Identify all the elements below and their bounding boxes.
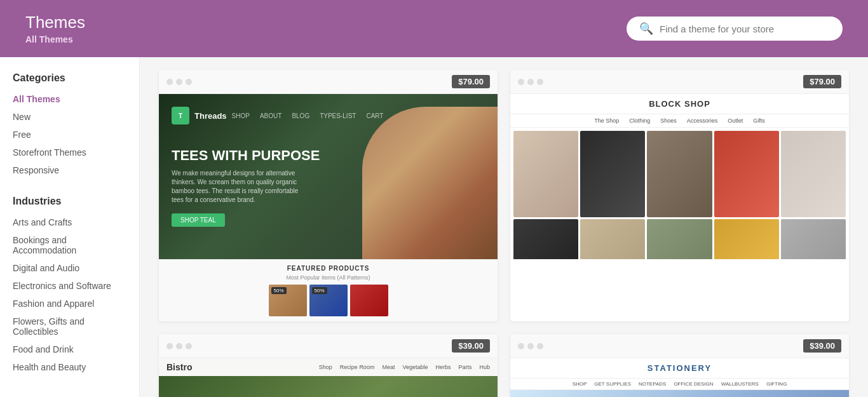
dot-1 (166, 79, 173, 85)
blockshop-product-grid (510, 128, 849, 259)
theme-card-bistro[interactable]: $39.00 Bistro Shop Recipe Room Meat Vege… (159, 334, 498, 397)
featured-sub: Most Popular Items (All Patterns) (164, 274, 492, 281)
industries-title: Industries (13, 196, 126, 207)
blockshop-item-8[interactable] (647, 219, 712, 259)
featured-item-2[interactable]: 50% (309, 285, 348, 316)
sidebar-item-fashion[interactable]: Fashion and Apparel (13, 297, 126, 310)
sidebar-link-digital-audio[interactable]: Digital and Audio (13, 262, 126, 274)
dot-11 (527, 343, 534, 349)
dot-10 (518, 343, 524, 349)
theme-preview-stationery: STATIONERY SHOP GET SUPPLIES NOTEPADS OF… (510, 358, 849, 397)
threads-hero-text: TEES WITH PURPOSE (172, 147, 320, 164)
site-title: Themes (25, 13, 85, 32)
sidebar-link-fashion[interactable]: Fashion and Apparel (13, 297, 126, 310)
sidebar-link-health-beauty[interactable]: Health and Beauty (13, 361, 126, 373)
search-input[interactable] (660, 24, 830, 34)
theme-preview-threads: T Threads SHOP ABOUT BLOG TYPES-LIST CAR… (159, 94, 498, 259)
dot-7 (166, 343, 173, 349)
sidebar-link-storefront[interactable]: Storefront Themes (13, 146, 126, 159)
blockshop-item-3[interactable] (647, 131, 712, 217)
content-area: $79.00 T Threads SHOP ABOUT BLOG TYPES-L (140, 57, 868, 397)
sidebar-item-food-drink[interactable]: Food and Drink (13, 343, 126, 356)
theme-preview-bistro: Bistro Shop Recipe Room Meat Vegetable H… (159, 358, 498, 397)
sidebar: Categories All Themes New Free Storefron… (0, 57, 140, 397)
dot-9 (186, 343, 192, 349)
header: Themes All Themes 🔍 (0, 0, 868, 57)
stationery-bg (510, 390, 849, 397)
search-icon: 🔍 (639, 22, 653, 36)
sidebar-link-electronics[interactable]: Electronics and Software (13, 279, 126, 292)
dot-6 (537, 79, 543, 85)
featured-item-3[interactable] (350, 285, 388, 316)
stationery-title: STATIONERY (510, 358, 849, 379)
sidebar-link-free[interactable]: Free (13, 128, 126, 141)
blockshop-item-10[interactable] (781, 219, 846, 259)
bistro-hero: Making cooking fun, easy & delicious! (159, 376, 498, 397)
featured-item-1[interactable]: 50% (269, 285, 307, 316)
theme-grid: $79.00 T Threads SHOP ABOUT BLOG TYPES-L (159, 70, 849, 397)
sidebar-link-responsive[interactable]: Responsive (13, 164, 126, 177)
industries-section: Industries Arts and Crafts Bookings and … (13, 196, 126, 373)
sidebar-link-arts-crafts[interactable]: Arts and Crafts (13, 216, 126, 229)
theme-card-header-blockshop: $79.00 (510, 70, 849, 94)
theme-card-blockshop[interactable]: $79.00 BLOCK SHOP The Shop Clothing Shoe… (510, 70, 849, 321)
threads-logo-name: Threads (194, 111, 227, 121)
sidebar-item-free[interactable]: Free (13, 128, 126, 141)
threads-cta-button[interactable]: SHOP TEAL (172, 213, 225, 227)
blockshop-item-6[interactable] (513, 219, 578, 259)
sidebar-item-electronics[interactable]: Electronics and Software (13, 279, 126, 292)
theme-card-header-bistro: $39.00 (159, 334, 498, 358)
featured-items: 50% 50% (164, 285, 492, 316)
sidebar-item-all-themes[interactable]: All Themes (13, 93, 126, 105)
threads-model-area (329, 94, 498, 259)
header-title-block: Themes All Themes (25, 13, 85, 44)
blockshop-item-7[interactable] (580, 219, 645, 259)
stationery-nav: SHOP GET SUPPLIES NOTEPADS OFFICE DESIGN… (510, 379, 849, 390)
sidebar-item-responsive[interactable]: Responsive (13, 164, 126, 177)
sidebar-item-digital-audio[interactable]: Digital and Audio (13, 262, 126, 274)
dot-3 (186, 79, 192, 85)
sidebar-item-health-beauty[interactable]: Health and Beauty (13, 361, 126, 373)
theme-card-threads[interactable]: $79.00 T Threads SHOP ABOUT BLOG TYPES-L (159, 70, 498, 321)
blockshop-item-5[interactable] (781, 131, 846, 217)
categories-title: Categories (13, 72, 126, 84)
sidebar-item-storefront[interactable]: Storefront Themes (13, 146, 126, 159)
featured-badge-1: 50% (271, 287, 287, 294)
sidebar-link-flowers[interactable]: Flowers, Gifts and Collectibles (13, 315, 126, 338)
sidebar-link-bookings[interactable]: Bookings and Accommodation (13, 234, 126, 257)
dot-8 (176, 343, 182, 349)
dot-4 (518, 79, 524, 85)
theme-card-stationery[interactable]: $39.00 STATIONERY SHOP GET SUPPLIES NOTE… (510, 334, 849, 397)
main-layout: Categories All Themes New Free Storefron… (0, 57, 868, 397)
threads-logo-icon: T (172, 107, 189, 124)
dot-5 (527, 79, 534, 85)
price-badge-threads: $79.00 (452, 75, 490, 88)
sidebar-link-new[interactable]: New (13, 111, 126, 123)
sidebar-item-flowers[interactable]: Flowers, Gifts and Collectibles (13, 315, 126, 338)
categories-nav: All Themes New Free Storefront Themes Re… (13, 93, 126, 177)
sidebar-item-bookings[interactable]: Bookings and Accommodation (13, 234, 126, 257)
sidebar-link-all-themes[interactable]: All Themes (13, 93, 126, 105)
sidebar-link-food-drink[interactable]: Food and Drink (13, 343, 126, 356)
dot-12 (537, 343, 543, 349)
theme-preview-blockshop: BLOCK SHOP The Shop Clothing Shoes Acces… (510, 94, 849, 259)
stationery-hero: Back to School Back to School (510, 390, 849, 397)
blockshop-item-1[interactable] (513, 131, 578, 217)
window-dots-3 (166, 343, 192, 349)
header-subtitle: All Themes (25, 34, 85, 44)
blockshop-item-9[interactable] (714, 219, 779, 259)
price-badge-stationery: $39.00 (803, 339, 841, 353)
window-dots (166, 79, 192, 85)
theme-card-header-threads: $79.00 (159, 70, 498, 94)
blockshop-nav: The Shop Clothing Shoes Accessories Outl… (510, 114, 849, 128)
threads-featured: FEATURED PRODUCTS Most Popular Items (Al… (159, 259, 498, 321)
bistro-nav-bar: Bistro Shop Recipe Room Meat Vegetable H… (159, 358, 498, 376)
window-dots-4 (518, 343, 543, 349)
search-container: 🔍 (627, 17, 843, 41)
dot-2 (176, 79, 182, 85)
featured-badge-2: 50% (312, 287, 327, 294)
sidebar-item-new[interactable]: New (13, 111, 126, 123)
sidebar-item-arts-crafts[interactable]: Arts and Crafts (13, 216, 126, 229)
blockshop-item-4[interactable] (714, 131, 779, 217)
blockshop-item-2[interactable] (580, 131, 645, 217)
